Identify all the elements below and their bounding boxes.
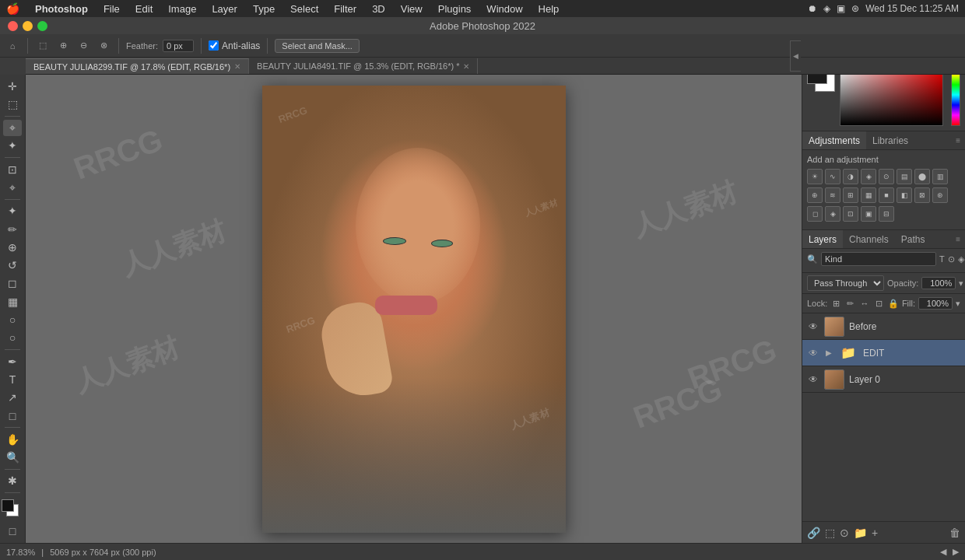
adj-invert-icon[interactable]: ⬤ (914, 169, 930, 184)
fill-dropdown-icon[interactable]: ▾ (956, 299, 960, 309)
menu-photoshop[interactable]: Photoshop (32, 3, 91, 15)
feather-input[interactable] (163, 40, 194, 52)
foreground-color-swatch[interactable] (2, 499, 14, 512)
lasso-tool[interactable]: ⌖ (3, 120, 22, 136)
menu-layer[interactable]: Layer (209, 3, 240, 15)
minimize-button[interactable] (23, 21, 33, 31)
menu-3d[interactable]: 3D (369, 3, 388, 15)
eyedropper-tool[interactable]: ⌖ (3, 179, 22, 195)
brush-tool[interactable]: ✏ (3, 221, 22, 237)
add-mask-icon[interactable]: ⬚ (825, 527, 835, 539)
screen-mode[interactable]: □ (3, 523, 22, 540)
menu-type[interactable]: Type (250, 3, 278, 15)
layer-item-edit[interactable]: 👁 ▶ 📁 EDIT (802, 340, 965, 366)
lasso-inter[interactable]: ⊗ (96, 38, 111, 54)
crop-tool[interactable]: ⊡ (3, 161, 22, 177)
new-group-icon[interactable]: 📁 (854, 527, 867, 539)
lasso-add[interactable]: ⊕ (55, 38, 71, 54)
menu-plugins[interactable]: Plugins (435, 3, 475, 15)
gradient-tool[interactable]: ▦ (3, 293, 22, 310)
layer-vis-before[interactable]: 👁 (807, 320, 819, 333)
layers-filter-smart-icon[interactable]: ◈ (958, 252, 964, 266)
adj-posterize-icon[interactable]: ▥ (932, 169, 948, 184)
layer-item-before[interactable]: 👁 Before (802, 313, 965, 340)
fill-input[interactable] (918, 297, 953, 310)
layer-vis-edit[interactable]: 👁 (807, 347, 819, 359)
adj-brightness-icon[interactable]: ☀ (807, 169, 823, 184)
adj-select-icon[interactable]: ⊠ (914, 187, 930, 203)
shape-tool[interactable]: □ (3, 408, 22, 424)
tab-layers[interactable]: Layers (802, 230, 843, 248)
clone-tool[interactable]: ⊕ (3, 239, 22, 255)
tab-1[interactable]: BEAUTY JULIA8299.TIF @ 17.8% (EDIT, RGB/… (26, 58, 249, 74)
adj-solid-icon[interactable]: ■ (879, 187, 894, 203)
apple-logo-icon[interactable]: 🍎 (6, 2, 19, 15)
new-layer-icon[interactable]: + (872, 527, 878, 539)
adj-thresh-icon[interactable]: ◧ (897, 187, 912, 203)
menu-view[interactable]: View (398, 3, 426, 15)
layers-filter-adj-icon[interactable]: ⊙ (948, 252, 955, 266)
menu-edit[interactable]: Edit (132, 3, 156, 15)
blur-tool[interactable]: ○ (3, 311, 22, 327)
lasso-tool-options[interactable]: ⬚ (35, 38, 51, 54)
adj-exposure-icon[interactable]: ◑ (843, 169, 858, 184)
type-tool[interactable]: T (3, 371, 22, 387)
lasso-sub[interactable]: ⊖ (75, 38, 91, 54)
pen-tool[interactable]: ✒ (3, 353, 22, 369)
panel-collapse-button[interactable]: ◀ (790, 40, 801, 72)
adj-levels-icon[interactable]: ≋ (825, 187, 840, 203)
note-tool[interactable]: ✱ (3, 473, 22, 489)
lock-artboard-icon[interactable]: ⊡ (873, 296, 884, 310)
history-brush[interactable]: ↺ (3, 257, 22, 273)
layers-filter-type-icon[interactable]: T (939, 252, 945, 266)
layer-vis-0[interactable]: 👁 (807, 373, 819, 386)
tab-adjustments[interactable]: Adjustments (802, 131, 866, 149)
layer-item-0[interactable]: 👁 Layer 0 (802, 366, 965, 393)
blend-mode-select[interactable]: Pass Through (807, 275, 884, 291)
path-select[interactable]: ↗ (3, 390, 22, 406)
eraser-tool[interactable]: ◻ (3, 275, 22, 292)
lock-pixels-icon[interactable]: ⊞ (830, 296, 841, 310)
maximize-button[interactable] (37, 21, 47, 31)
link-layers-icon[interactable]: 🔗 (807, 527, 820, 539)
delete-layer-icon[interactable]: 🗑 (949, 527, 960, 539)
adj-r1[interactable]: ◻ (807, 206, 823, 222)
tab-paths[interactable]: Paths (895, 230, 932, 248)
close-button[interactable] (8, 21, 18, 31)
adj-curves-icon[interactable]: ∿ (825, 169, 840, 184)
add-adjustment-icon[interactable]: ⊙ (840, 527, 849, 539)
lock-all-icon[interactable]: 🔒 (888, 296, 899, 310)
layer-arrow-edit[interactable]: ▶ (824, 348, 833, 358)
adj-r5[interactable]: ⊟ (879, 206, 894, 222)
adj-pattern-icon[interactable]: ⊞ (843, 187, 858, 203)
adj-colorlookup-icon[interactable]: ▤ (897, 169, 912, 184)
status-nav-left[interactable]: ◀ (940, 547, 946, 557)
adj-hsl-icon[interactable]: ⊙ (879, 169, 894, 184)
adj-chanmix-icon[interactable]: ⊕ (807, 187, 823, 203)
zoom-tool[interactable]: 🔍 (3, 449, 22, 465)
lock-position-icon[interactable]: ↔ (859, 296, 870, 310)
opacity-input[interactable] (921, 277, 956, 289)
adj-gradient-icon[interactable]: ▦ (861, 187, 876, 203)
dodge-tool[interactable]: ○ (3, 330, 22, 346)
adj-r3[interactable]: ⊡ (843, 206, 858, 222)
tab-channels[interactable]: Channels (843, 230, 895, 248)
status-nav-right[interactable]: ▶ (953, 547, 959, 557)
home-icon[interactable]: ⌂ (5, 38, 20, 54)
adj-vibrance-icon[interactable]: ◈ (861, 169, 876, 184)
menu-file[interactable]: File (100, 3, 123, 15)
layers-kind-filter[interactable] (821, 252, 936, 266)
hand-tool[interactable]: ✋ (3, 431, 22, 447)
lock-gradient-icon[interactable]: ✏ (845, 296, 856, 310)
tab-1-close[interactable]: ✕ (234, 62, 240, 71)
adj-r2[interactable]: ◈ (825, 206, 840, 222)
tab-2-close[interactable]: ✕ (463, 62, 469, 71)
adj-r4[interactable]: ▣ (861, 206, 876, 222)
adj-extra-icon[interactable]: ⊛ (932, 187, 948, 203)
tab-libraries[interactable]: Libraries (866, 131, 914, 149)
layers-panel-menu[interactable]: ≡ (956, 235, 965, 243)
healing-tool[interactable]: ✦ (3, 203, 22, 219)
anti-alias-checkbox[interactable] (209, 40, 219, 51)
anti-alias-wrap[interactable]: Anti-alias (209, 40, 260, 51)
color-swatch-widget[interactable] (2, 499, 23, 519)
